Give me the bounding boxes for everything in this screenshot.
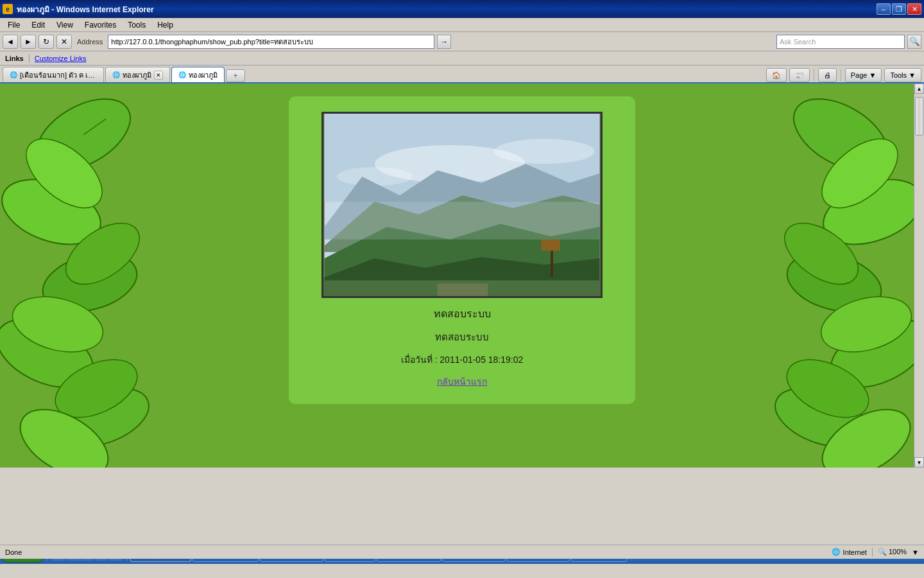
zone-text: Internet (843, 548, 867, 556)
back-link[interactable]: กลับหน้าแรก (437, 374, 487, 389)
card-date: เมื่อวันที่ : 2011-01-05 18:19:02 (401, 353, 524, 367)
svg-point-14 (820, 305, 924, 401)
zoom-level: 🔍 100% (878, 548, 907, 556)
svg-point-0 (24, 84, 142, 186)
menu-view[interactable]: View (51, 19, 78, 31)
feeds-button[interactable]: 📰 (789, 68, 810, 82)
status-bar: Done 🌐 Internet 🔍 100% ▼ (0, 545, 924, 559)
zoom-dropdown[interactable]: ▼ (912, 548, 919, 556)
svg-line-1 (83, 119, 106, 135)
card-title: ทดสอบระบบ (434, 306, 491, 322)
forward-button[interactable]: ► (21, 35, 36, 49)
title-bar: e ทองผาภูมิ - Windows Internet Explorer … (0, 0, 924, 18)
photo-container (321, 112, 603, 298)
go-button[interactable]: → (437, 35, 451, 49)
content-area: ▲ ▼ (0, 83, 924, 468)
toolbar-right: 🏠 📰 🖨 Page ▼ Tools ▼ (766, 68, 924, 82)
svg-point-2 (0, 167, 110, 256)
window-controls: – ❐ ✕ (877, 3, 921, 15)
status-text: Done (5, 548, 22, 556)
back-button[interactable]: ◄ (3, 35, 18, 49)
search-go-button[interactable]: 🔍 (907, 35, 921, 49)
menu-bar: File Edit View Favorites Tools Help (0, 18, 924, 32)
scroll-track (914, 94, 924, 457)
tab-3-label: ทองผาภูมิ (189, 69, 218, 81)
scroll-up-button[interactable]: ▲ (914, 83, 924, 94)
search-input[interactable] (776, 35, 905, 49)
svg-point-15 (767, 377, 875, 458)
toolbar-sep-2 (841, 69, 841, 82)
address-bar: ◄ ► ↻ ✕ Address → 🔍 (0, 32, 924, 51)
app-icon: e (3, 4, 13, 14)
svg-rect-33 (541, 240, 560, 251)
toolbar-sep-1 (814, 69, 814, 82)
svg-rect-31 (438, 283, 488, 296)
tab-2[interactable]: 🌐 ทองผาภูมิ ✕ (105, 67, 170, 82)
scroll-down-button[interactable]: ▼ (914, 457, 924, 468)
menu-favorites[interactable]: Favorites (80, 19, 121, 31)
svg-point-18 (815, 288, 918, 362)
svg-point-24 (494, 139, 595, 164)
address-label: Address (74, 38, 105, 46)
close-button[interactable]: ✕ (907, 3, 921, 15)
svg-point-5 (49, 377, 157, 458)
tab-2-close[interactable]: ✕ (154, 71, 163, 80)
svg-point-4 (0, 305, 104, 401)
print-button[interactable]: 🖨 (818, 68, 837, 82)
card-body: ทดสอบระบบ (435, 329, 489, 345)
customize-links[interactable]: Customize Links (35, 55, 87, 62)
svg-point-12 (814, 167, 924, 256)
svg-point-13 (781, 244, 888, 321)
zone-icon: 🌐 (832, 548, 841, 556)
tab-bar: 🌐 [เตือนร้อนมาก] ตัว ค เป็นสี... 🌐 ทองผา… (0, 67, 245, 82)
minimize-button[interactable]: – (877, 3, 891, 15)
tab-1-label: [เตือนร้อนมาก] ตัว ค เป็นสี... (20, 69, 97, 81)
links-bar: Links Customize Links (0, 51, 924, 66)
window-title: ทองผาภูมิ - Windows Internet Explorer (17, 3, 154, 15)
svg-point-3 (37, 244, 144, 321)
refresh-button[interactable]: ↻ (38, 35, 54, 49)
restore-button[interactable]: ❐ (892, 3, 906, 15)
svg-point-20 (811, 396, 921, 468)
address-input[interactable] (108, 35, 434, 49)
home-button[interactable]: 🏠 (766, 68, 787, 82)
svg-point-9 (46, 348, 146, 429)
links-label: Links (5, 55, 24, 62)
svg-point-11 (782, 84, 900, 186)
menu-file[interactable]: File (3, 19, 25, 31)
tab-2-icon: 🌐 (112, 71, 120, 78)
svg-point-8 (6, 288, 109, 362)
tab-3-icon: 🌐 (178, 71, 186, 78)
tab-3[interactable]: 🌐 ทองผาภูมิ (171, 67, 225, 82)
svg-point-19 (778, 348, 877, 429)
status-sep (872, 548, 873, 557)
content-card: ทดสอบระบบ ทดสอบระบบ เมื่อวันที่ : 2011-0… (289, 96, 635, 404)
new-tab-button[interactable]: + (226, 69, 245, 82)
links-separator (29, 54, 30, 63)
scrollbar[interactable]: ▲ ▼ (914, 83, 924, 468)
status-zone: 🌐 Internet (832, 548, 867, 556)
stop-button[interactable]: ✕ (56, 35, 72, 49)
page-button[interactable]: Page ▼ (845, 68, 882, 82)
svg-point-10 (9, 396, 119, 468)
menu-help[interactable]: Help (152, 19, 178, 31)
scroll-thumb[interactable] (915, 97, 923, 136)
tab-1-icon: 🌐 (10, 71, 17, 78)
svg-point-16 (810, 126, 910, 221)
tools-button[interactable]: Tools ▼ (884, 68, 921, 82)
menu-tools[interactable]: Tools (123, 19, 151, 31)
svg-rect-34 (325, 202, 600, 240)
svg-point-17 (774, 211, 869, 297)
tab-1[interactable]: 🌐 [เตือนร้อนมาก] ตัว ค เป็นสี... (3, 67, 104, 82)
tab-2-label: ทองผาภูมิ (123, 69, 151, 81)
menu-edit[interactable]: Edit (26, 19, 50, 31)
svg-point-7 (55, 211, 150, 297)
svg-point-6 (14, 126, 114, 221)
